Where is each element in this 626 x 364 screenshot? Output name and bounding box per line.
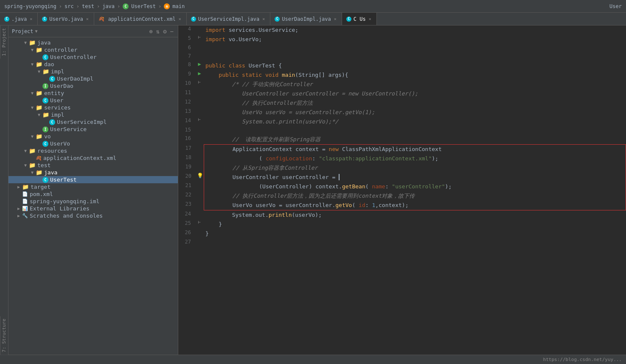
tree-item-test[interactable]: ▼ 📁 test: [8, 162, 178, 169]
tree-item-uservo[interactable]: C UserVo: [8, 140, 178, 147]
tab-close-usersvcimpl[interactable]: ✕: [261, 16, 266, 22]
side-label-project[interactable]: 1: Project: [0, 25, 8, 59]
tab-uservo[interactable]: C UserVo.java ✕: [38, 13, 94, 25]
tree-item-test-java[interactable]: ▼ 📁 java: [8, 169, 178, 176]
tab-close-uservo[interactable]: ✕: [85, 16, 90, 22]
tree-label-pom: pom.xml: [30, 191, 53, 197]
code-area: 4 import services.UserService; 5 ⊢ impor…: [178, 25, 626, 247]
tree-item-services[interactable]: ▼ 📁 services: [8, 104, 178, 111]
breadcrumb-right-btn[interactable]: User: [609, 3, 622, 9]
tab-us[interactable]: C C Us ✕: [342, 13, 377, 25]
fold-icon-5: ⊢: [198, 35, 201, 39]
tree-arrow-test: ▼: [22, 163, 29, 168]
line-gutter-20: 💡: [196, 173, 204, 179]
tree-item-dao[interactable]: ▼ 📁 dao: [8, 61, 178, 68]
tab-userdaoimpl[interactable]: C UserDaoImpl.java ✕: [270, 13, 342, 25]
run-arrow-9[interactable]: ▶: [198, 70, 201, 76]
line-content-27: [204, 238, 626, 239]
tree-item-usertest[interactable]: C UserTest: [8, 176, 178, 183]
tree-label-resources: resources: [37, 148, 67, 154]
line-content-19: // 从Spring容器拿Controller: [204, 163, 626, 173]
tab-appctx[interactable]: 🍂 applicationContext.xml ✕: [94, 13, 187, 25]
line-content-20: UserController userController =: [204, 173, 626, 182]
tree-item-vo[interactable]: ▼ 📁 vo: [8, 133, 178, 140]
ext-libs-icon: 📊: [22, 206, 28, 211]
line-content-4: import services.UserService;: [204, 25, 626, 35]
line-num-22: 22: [179, 191, 196, 198]
side-label-structure[interactable]: 7: Structure: [0, 316, 8, 355]
tree-item-iml[interactable]: 📄 spring-yuyongqing.iml: [8, 198, 178, 205]
tree-label-scratches: Scratches and Consoles: [30, 213, 103, 219]
bulb-icon-20[interactable]: 💡: [197, 173, 203, 179]
breadcrumb-main[interactable]: main: [172, 3, 185, 9]
tree-item-user[interactable]: C User: [8, 97, 178, 104]
line-content-25: }: [204, 220, 626, 229]
breadcrumb-src[interactable]: src: [65, 3, 74, 9]
tree-item-java[interactable]: ▼ 📁 java: [8, 39, 178, 46]
tree-label-usercontroller: UserController: [50, 54, 97, 60]
line-content-16: // 读取配置文件刷新Spring容器: [204, 135, 626, 144]
panel-gear-btn[interactable]: ⚙: [162, 28, 167, 35]
tree-item-pom[interactable]: 📄 pom.xml: [8, 190, 178, 198]
tree-item-userservice[interactable]: I UserService: [8, 126, 178, 133]
panel-dropdown-icon[interactable]: ▼: [35, 29, 38, 34]
line-gutter-5: ⊢: [195, 35, 204, 39]
tree-item-userserviceimpl[interactable]: C UserServiceImpl: [8, 118, 178, 126]
tree-arrow-vo: ▼: [29, 134, 36, 139]
run-arrow-8[interactable]: ▶: [198, 61, 201, 67]
tree-item-dao-impl[interactable]: ▼ 📁 impl: [8, 68, 178, 75]
code-editor[interactable]: 4 import services.UserService; 5 ⊢ impor…: [178, 25, 626, 355]
left-side-panel: 1: Project 7: Structure Project ▼ ⊕ ⇅ ⚙ …: [0, 25, 178, 355]
folder-icon-entity: 📁: [36, 90, 42, 96]
tab-close-userdaoimpl[interactable]: ✕: [333, 16, 337, 22]
tab-close-appctx[interactable]: ✕: [178, 16, 182, 22]
tree-item-scratches[interactable]: ▶ 🔧 Scratches and Consoles: [8, 212, 178, 219]
tree-item-userdaoimpl[interactable]: C UserDaoImpl: [8, 75, 178, 82]
panel-arrows-btn[interactable]: ⇅: [155, 28, 160, 35]
line-content-6: [204, 44, 626, 45]
tree-arrow-ext-libs: ▶: [15, 206, 22, 211]
tree-item-usercontroller[interactable]: C UserController: [8, 53, 178, 61]
breadcrumb-java[interactable]: java: [102, 3, 115, 9]
line-content-22: // 执行Controller层方法，因为之后还需要用到context对象，故下…: [204, 191, 626, 201]
tree-label-usertest: UserTest: [50, 176, 77, 183]
line-content-12: // 执行Controller层方法: [204, 98, 626, 108]
code-line-6: 6: [178, 44, 626, 53]
line-num-5: 5: [178, 35, 195, 41]
tree-item-userdao[interactable]: I UserDao: [8, 82, 178, 90]
breadcrumb-test[interactable]: test: [82, 3, 94, 9]
tree-item-target[interactable]: ▶ 📁 target: [8, 183, 178, 190]
panel-globe-btn[interactable]: ⊕: [148, 28, 153, 35]
status-bar-right: https://blog.csdn.net/yuy...: [543, 357, 622, 362]
tree-item-resources[interactable]: ▼ 📁 resources: [8, 147, 178, 154]
tab-java[interactable]: C .java ✕: [0, 13, 38, 25]
breadcrumb-usertest[interactable]: UserTest: [131, 3, 156, 9]
tree-arrow-dao-impl: ▼: [36, 69, 42, 74]
tree-item-entity[interactable]: ▼ 📁 entity: [8, 90, 178, 97]
tree-arrow-target: ▶: [15, 185, 22, 189]
tab-label-uservo: UserVo.java: [49, 16, 83, 22]
pom-icon: 📄: [22, 191, 28, 197]
line-num-19: 19: [179, 163, 196, 170]
tree-item-services-impl[interactable]: ▼ 📁 impl: [8, 111, 178, 118]
tab-usersvcimpl[interactable]: C UserServiceImpl.java ✕: [187, 13, 271, 25]
tab-close-java[interactable]: ✕: [29, 16, 33, 22]
folder-icon-resources: 📁: [29, 148, 36, 154]
tab-close-us[interactable]: ✕: [368, 16, 372, 22]
panel-minus-btn[interactable]: −: [169, 28, 174, 35]
line-content-8: public class UserTest {: [204, 61, 626, 70]
tree-label-java: java: [37, 39, 51, 46]
tab-label-java: .java: [11, 16, 27, 22]
tree-item-appctx-xml[interactable]: 🍂 applicationContext.xml: [8, 154, 178, 162]
tree-item-controller[interactable]: ▼ 📁 controller: [8, 46, 178, 53]
breadcrumb-project[interactable]: spring-yuyongqing: [4, 3, 56, 9]
tree-arrow-controller: ▼: [29, 48, 36, 52]
tree-label-dao: dao: [44, 61, 54, 67]
tree-label-appctx-xml: applicationContext.xml: [43, 155, 116, 161]
line-num-11: 11: [178, 89, 195, 95]
line-num-4: 4: [178, 25, 195, 32]
line-num-24: 24: [178, 210, 195, 217]
class-icon-user: C: [42, 98, 48, 104]
panel-actions: ⊕ ⇅ ⚙ −: [148, 28, 174, 35]
tree-item-ext-libs[interactable]: ▶ 📊 External Libraries: [8, 205, 178, 212]
